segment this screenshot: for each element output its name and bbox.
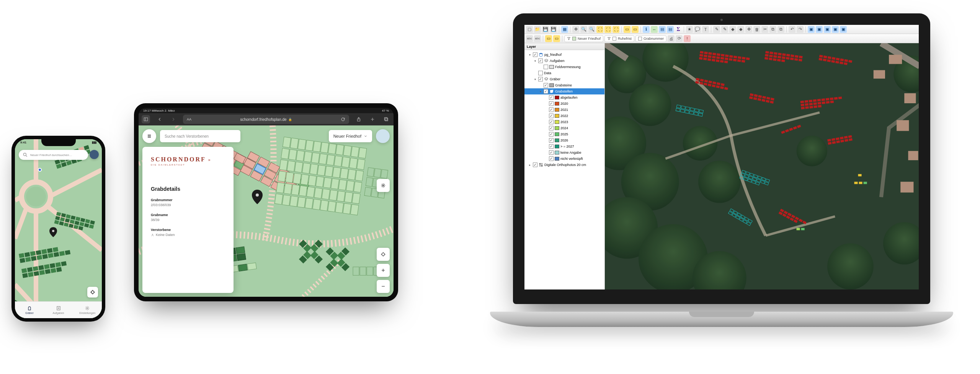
qgis-map-canvas[interactable] <box>605 43 919 289</box>
cut-icon[interactable]: ✂ <box>761 26 768 33</box>
tree-checkbox[interactable]: ✓ <box>549 150 554 155</box>
theme-chip-number[interactable]: Grabnummer <box>635 35 666 42</box>
print-icon[interactable]: 🖨 <box>668 35 675 42</box>
field-calc-icon[interactable]: ▤ <box>667 26 674 33</box>
tree-checkbox[interactable]: ✓ <box>533 163 537 167</box>
layer-tree-row[interactable]: ✓2025 <box>524 131 604 137</box>
save-edits-icon[interactable]: ✎ <box>721 26 728 33</box>
save-as-icon[interactable]: 💾 <box>550 26 557 33</box>
settings-button[interactable] <box>377 179 390 192</box>
zoom-out-button[interactable]: − <box>377 280 390 293</box>
bookmark-icon[interactable]: ★ <box>686 26 693 33</box>
pan-icon[interactable]: ✥ <box>572 26 579 33</box>
tree-checkbox[interactable]: ✓ <box>533 52 537 57</box>
tree-checkbox[interactable] <box>538 71 543 75</box>
tree-checkbox[interactable]: ✓ <box>549 114 554 118</box>
nav-item-settings[interactable]: Einstellungen <box>73 302 102 318</box>
tree-expander-icon[interactable]: ▾ <box>539 90 542 93</box>
layer-tree-row[interactable]: ▸✓Digitale Orthophotos 20 cm <box>524 162 604 168</box>
abc-icon[interactable]: abc <box>526 35 533 42</box>
plugin1-icon[interactable]: ▣ <box>808 26 815 33</box>
tree-checkbox[interactable]: ✓ <box>549 156 554 161</box>
tree-checkbox[interactable] <box>544 65 548 69</box>
tree-checkbox[interactable]: ✓ <box>544 83 548 88</box>
forward-button[interactable] <box>169 115 178 124</box>
tree-checkbox[interactable]: ✓ <box>549 126 554 130</box>
layers-tree[interactable]: ▾✓pg_friedhof▾✓AufgabenFeldvermessungDat… <box>524 50 604 289</box>
deselect-icon[interactable]: ▭ <box>632 26 639 33</box>
new-project-icon[interactable]: ▢ <box>526 26 533 33</box>
layout-icon[interactable]: ▦ <box>561 26 568 33</box>
move-feature-icon[interactable]: ✥ <box>745 26 752 33</box>
tree-expander-icon[interactable]: ▾ <box>533 59 537 63</box>
vertex-tool-icon[interactable]: ◆ <box>737 26 744 33</box>
open-project-icon[interactable]: 📁 <box>534 26 541 33</box>
layer-tree-row[interactable]: ✓2021 <box>524 107 604 113</box>
add-feature-icon[interactable]: ◆ <box>729 26 736 33</box>
tree-checkbox[interactable]: ✓ <box>549 107 554 112</box>
layer-tree-row[interactable]: ✓nicht verknüpft <box>524 156 604 162</box>
layer-tree-row[interactable]: ✓abgelaufen <box>524 94 604 101</box>
plugin3-icon[interactable]: ▣ <box>824 26 831 33</box>
nav-item-graves[interactable]: Gräber <box>15 302 44 318</box>
locate-me-button[interactable] <box>377 248 390 261</box>
tree-checkbox[interactable]: ✓ <box>538 77 543 81</box>
tree-checkbox[interactable]: ✓ <box>549 138 554 143</box>
sigma-icon[interactable]: Σ <box>675 26 682 33</box>
attribute-table-icon[interactable]: ▤ <box>659 26 666 33</box>
share-button[interactable] <box>354 115 363 124</box>
tree-checkbox[interactable]: ✓ <box>549 101 554 106</box>
tree-checkbox[interactable]: ✓ <box>549 95 554 100</box>
select-icon[interactable]: ▭ <box>624 26 630 33</box>
layer-tree-row[interactable]: ✓2024 <box>524 125 604 131</box>
save-project-icon[interactable]: 💾 <box>542 26 549 33</box>
profile-button[interactable] <box>376 129 390 143</box>
measure-icon[interactable]: ↔ <box>651 26 658 33</box>
new-tab-button[interactable] <box>368 115 377 124</box>
phone-search-input[interactable]: Neuer Friedhof durchsuchen… <box>19 150 88 160</box>
identify-icon[interactable]: ℹ <box>643 26 650 33</box>
tabs-button[interactable] <box>382 115 390 124</box>
tree-checkbox[interactable]: ✓ <box>549 132 554 137</box>
layer-tree-row[interactable]: ✓2020 <box>524 101 604 107</box>
sidebar-toggle-button[interactable] <box>142 115 150 124</box>
layer-tree-row[interactable]: Feldvermessung <box>524 64 604 70</box>
tips-icon[interactable]: 💬 <box>694 26 701 33</box>
layer-tree-row[interactable]: ✓> = 2027 <box>524 143 604 150</box>
layer-tree-row[interactable]: ✓2022 <box>524 113 604 119</box>
layer-tree-row[interactable]: ✓keine Angabe <box>524 150 604 156</box>
tree-expander-icon[interactable]: ▸ <box>528 163 532 167</box>
zoom-full-icon[interactable]: ⛶ <box>596 26 603 33</box>
paste-icon[interactable]: ⧉ <box>777 26 784 33</box>
layer-tree-row[interactable]: ✓Grabsteine <box>524 82 604 88</box>
redo-icon[interactable]: ↷ <box>797 26 804 33</box>
reload-icon[interactable] <box>341 117 345 122</box>
abc-icon[interactable]: abc <box>534 35 541 42</box>
tree-expander-icon[interactable]: ▾ <box>533 78 537 81</box>
undo-icon[interactable]: ↶ <box>789 26 795 33</box>
label-icon[interactable]: ▭ <box>553 35 560 42</box>
layer-tree-row[interactable]: Data <box>524 70 604 76</box>
menu-button[interactable] <box>142 129 156 143</box>
plugin2-icon[interactable]: ▣ <box>816 26 823 33</box>
tree-expander-icon[interactable]: ▾ <box>528 53 532 57</box>
warning-icon[interactable]: ! <box>684 35 691 42</box>
zoom-selection-icon[interactable]: ⛶ <box>604 26 611 33</box>
layer-tree-row[interactable]: ▾✓pg_friedhof <box>524 52 604 58</box>
delete-feature-icon[interactable]: 🗑 <box>753 26 760 33</box>
phone-avatar[interactable] <box>90 150 99 159</box>
plugin4-icon[interactable]: ▣ <box>832 26 839 33</box>
layer-tree-row[interactable]: ✓2023 <box>524 119 604 125</box>
zoom-in-icon[interactable]: 🔍 <box>580 26 587 33</box>
tree-checkbox[interactable]: ✓ <box>549 120 554 124</box>
layer-tree-row[interactable]: ▾✓Aufgaben <box>524 58 604 64</box>
nav-item-tasks[interactable]: Aufgaben <box>44 302 73 318</box>
label-icon[interactable]: ▭ <box>545 35 552 42</box>
copy-icon[interactable]: ⧉ <box>769 26 776 33</box>
back-button[interactable] <box>155 115 164 124</box>
plugin5-icon[interactable]: ▣ <box>840 26 847 33</box>
zoom-out-icon[interactable]: 🔍 <box>588 26 595 33</box>
layer-tree-row[interactable]: ▾✓Gräber <box>524 76 604 82</box>
zoom-in-button[interactable]: + <box>377 264 390 277</box>
toggle-edit-icon[interactable]: ✎ <box>713 26 720 33</box>
